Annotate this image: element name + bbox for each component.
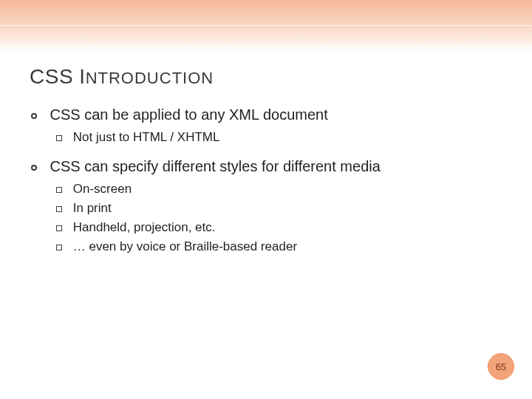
- list-item: Handheld, projection, etc.: [56, 219, 502, 236]
- page-number: 65: [496, 361, 506, 372]
- title-word-css: CSS: [30, 65, 73, 88]
- list-item: On-screen: [56, 181, 502, 198]
- bullet-text: Not just to HTML / XHTML: [73, 130, 220, 144]
- slide-body: CSS can be applied to any XML document N…: [30, 105, 502, 256]
- bullet-text: In print: [73, 201, 112, 215]
- bullet-text: Handheld, projection, etc.: [73, 220, 216, 234]
- bullet-text: CSS can be applied to any XML document: [50, 106, 328, 123]
- bullet-list-level1: CSS can be applied to any XML document N…: [30, 105, 502, 256]
- bullet-list-level2: On-screen In print Handheld, projection,…: [31, 181, 502, 256]
- title-word2-cap: I: [79, 65, 85, 88]
- slide-title: CSS INTRODUCTION: [30, 0, 502, 89]
- title-word2-rest: NTRODUCTION: [86, 69, 214, 87]
- slide-content: CSS INTRODUCTION CSS can be applied to a…: [0, 0, 532, 399]
- list-item: … even by voice or Braille-based reader: [56, 239, 502, 256]
- list-item: CSS can specify different styles for dif…: [31, 157, 502, 256]
- list-item: CSS can be applied to any XML document N…: [31, 105, 502, 146]
- bullet-text: CSS can specify different styles for dif…: [50, 158, 381, 174]
- bullet-list-level2: Not just to HTML / XHTML: [31, 129, 502, 146]
- bullet-text: On-screen: [73, 182, 132, 196]
- page-number-badge: 65: [488, 353, 514, 380]
- list-item: Not just to HTML / XHTML: [56, 129, 502, 146]
- list-item: In print: [56, 200, 502, 217]
- bullet-text: … even by voice or Braille-based reader: [73, 239, 297, 253]
